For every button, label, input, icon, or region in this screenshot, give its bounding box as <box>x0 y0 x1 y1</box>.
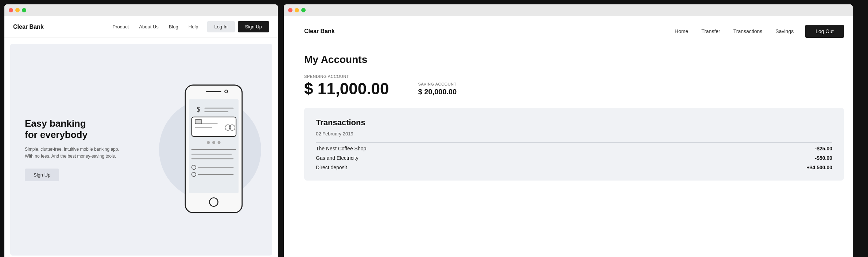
transactions-card: Transactions 02 February 2019 The Nest C… <box>304 108 844 181</box>
right-browser-window: Clear Bank Home Transfer Transactions Sa… <box>284 4 853 257</box>
login-button[interactable]: Log In <box>207 21 235 32</box>
page-title: My Accounts <box>304 54 844 66</box>
spending-balance: $ 11,000.00 <box>304 80 389 98</box>
spending-account: SPENDING ACCOUNT $ 11,000.00 <box>304 74 389 98</box>
svg-point-15 <box>218 141 221 144</box>
left-browser-window: Clear Bank Product About Us Blog Help Lo… <box>4 4 278 257</box>
svg-point-2 <box>225 90 228 93</box>
transaction-date: 02 February 2019 <box>316 131 832 137</box>
right-navbar: Clear Bank Home Transfer Transactions Sa… <box>290 20 853 42</box>
left-browser-content: Clear Bank Product About Us Blog Help Lo… <box>4 16 278 257</box>
nav-link-savings[interactable]: Savings <box>775 28 794 34</box>
left-nav-links: Product About Us Blog Help <box>113 24 198 29</box>
nav-link-blog[interactable]: Blog <box>169 24 178 29</box>
svg-rect-10 <box>195 119 202 124</box>
transaction-amount-2: +$4 500.00 <box>807 165 832 170</box>
logout-button[interactable]: Log Out <box>805 25 844 38</box>
transaction-amount-0: -$25.00 <box>815 146 832 151</box>
signup-button-hero[interactable]: Sign Up <box>25 169 59 181</box>
svg-point-13 <box>207 141 210 144</box>
svg-rect-3 <box>189 99 239 193</box>
hero-text-block: Easy bankingfor everybody Simple, clutte… <box>25 118 127 181</box>
saving-label: SAVING ACCOUNT <box>418 82 457 86</box>
table-row: The Nest Coffee Shop -$25.00 <box>316 146 832 151</box>
saving-account: SAVING ACCOUNT $ 20,000.00 <box>418 82 457 96</box>
signup-button-nav[interactable]: Sign Up <box>238 21 269 32</box>
hero-subtitle: Simple, clutter-free, intuitive mobile b… <box>25 146 127 160</box>
nav-link-product[interactable]: Product <box>113 24 129 29</box>
right-browser-content: Clear Bank Home Transfer Transactions Sa… <box>290 20 853 257</box>
nav-link-transfer[interactable]: Transfer <box>701 28 720 34</box>
right-minimize-button[interactable] <box>295 8 299 12</box>
hero-title: Easy bankingfor everybody <box>25 118 127 141</box>
transaction-list: The Nest Coffee Shop -$25.00 Gas and Ele… <box>316 146 832 170</box>
transaction-name-0: The Nest Coffee Shop <box>316 146 366 151</box>
right-close-button[interactable] <box>288 8 292 12</box>
saving-balance: $ 20,000.00 <box>418 88 457 96</box>
left-logo: Clear Bank <box>13 24 44 30</box>
right-main-content: My Accounts SPENDING ACCOUNT $ 11,000.00… <box>290 42 853 257</box>
minimize-button[interactable] <box>15 8 20 12</box>
nav-link-transactions[interactable]: Transactions <box>733 28 763 34</box>
transaction-amount-1: -$50.00 <box>815 155 832 161</box>
phone-svg: $ <box>177 82 250 216</box>
accounts-section: SPENDING ACCOUNT $ 11,000.00 SAVING ACCO… <box>304 74 844 98</box>
nav-link-help[interactable]: Help <box>189 24 198 29</box>
nav-link-home[interactable]: Home <box>675 28 688 34</box>
transaction-name-2: Direct deposit <box>316 165 347 170</box>
close-button[interactable] <box>9 8 13 12</box>
right-maximize-button[interactable] <box>301 8 306 12</box>
nav-link-about[interactable]: About Us <box>139 24 158 29</box>
accounts-row: SPENDING ACCOUNT $ 11,000.00 SAVING ACCO… <box>304 74 844 98</box>
maximize-button[interactable] <box>22 8 26 12</box>
right-titlebar <box>284 4 853 16</box>
right-logo: Clear Bank <box>304 28 335 35</box>
left-titlebar <box>4 4 278 16</box>
right-nav-links: Home Transfer Transactions Savings <box>675 28 794 34</box>
svg-point-14 <box>212 141 215 144</box>
svg-point-23 <box>209 198 218 206</box>
left-navbar: Clear Bank Product About Us Blog Help Lo… <box>4 16 278 38</box>
divider <box>316 142 832 143</box>
svg-text:$: $ <box>197 106 200 113</box>
transactions-title: Transactions <box>316 118 832 127</box>
table-row: Gas and Electricity -$50.00 <box>316 155 832 161</box>
hero-section: Easy bankingfor everybody Simple, clutte… <box>10 44 272 256</box>
phone-illustration: $ <box>177 82 250 218</box>
transaction-name-1: Gas and Electricity <box>316 155 359 161</box>
table-row: Direct deposit +$4 500.00 <box>316 165 832 170</box>
spending-label: SPENDING ACCOUNT <box>304 74 389 79</box>
